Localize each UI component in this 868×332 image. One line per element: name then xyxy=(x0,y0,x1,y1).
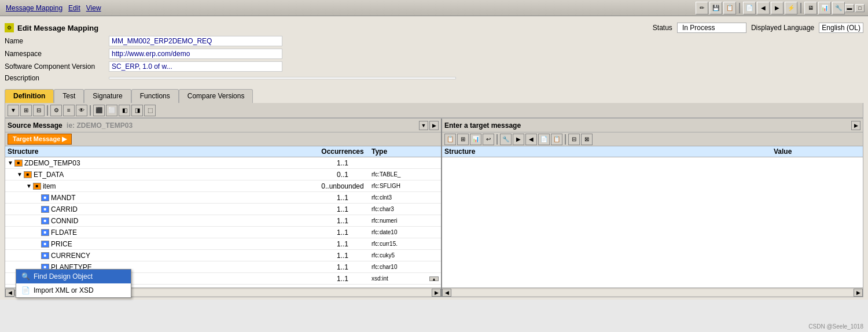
toolbar-btn-1[interactable]: ✏ xyxy=(696,2,708,14)
tree-row: ▶ ■ MANDT 1..1 rfc:clnt3 xyxy=(5,192,441,204)
target-btn-9[interactable]: 📋 xyxy=(551,134,562,145)
type-connid: rfc:numeri xyxy=(372,217,429,224)
target-btn-10[interactable]: ⊟ xyxy=(568,134,580,145)
toolbar-btn-3[interactable]: 📋 xyxy=(723,2,736,14)
source-expand-btn[interactable]: ▼ xyxy=(419,121,428,130)
expand-item[interactable]: ▼ xyxy=(26,183,32,189)
tree-node-fldate[interactable]: ▶ ■ FLDATE xyxy=(35,228,314,237)
target-expand-btn[interactable]: ▶ xyxy=(851,121,860,130)
tree-row: ▶ ■ CURRENCY 1..1 rfc:cuky5 xyxy=(5,250,441,261)
sub-btn-layout1[interactable]: ⬛ xyxy=(93,105,105,116)
win-maximize[interactable]: □ xyxy=(855,4,865,12)
toolbar-btn-9[interactable]: 📊 xyxy=(818,2,831,14)
occ-currency: 1..1 xyxy=(314,252,372,260)
expand-etdata[interactable]: ▼ xyxy=(17,171,23,178)
sub-btn-layout3[interactable]: ◧ xyxy=(119,105,130,116)
toolbar-btn-10[interactable]: 🔧 xyxy=(832,2,845,14)
node-icon-carrid: ■ xyxy=(41,206,49,213)
sub-btn-list[interactable]: ≡ xyxy=(63,105,75,116)
toolbar-btn-4[interactable]: 📄 xyxy=(743,2,756,14)
description-row: Description xyxy=(5,73,863,83)
main-area: ⚙ Edit Message Mapping Status In Process… xyxy=(0,16,868,300)
ctx-find-label: Find Design Object xyxy=(34,272,93,281)
description-value[interactable] xyxy=(109,77,456,79)
displayed-language-value: English (OL) xyxy=(819,23,863,33)
toolbar-btn-8[interactable]: 🖥 xyxy=(804,2,817,14)
toolbar-btn-6[interactable]: ▶ xyxy=(771,2,784,14)
hscroll-right[interactable]: ▶ xyxy=(432,289,441,297)
target-hscroll-right[interactable]: ▶ xyxy=(854,289,863,297)
toolbar-btn-5[interactable]: ◀ xyxy=(757,2,770,14)
occ-price: 1..1 xyxy=(314,240,372,248)
target-hscroll-track[interactable] xyxy=(451,289,854,296)
target-hscroll-left[interactable]: ◀ xyxy=(442,289,451,297)
tree-node-item[interactable]: ▼ ■ item xyxy=(26,182,314,190)
menu-bar: Message Mapping Edit View xyxy=(3,3,691,13)
tab-functions[interactable]: Functions xyxy=(131,89,179,103)
menu-message-mapping[interactable]: Message Mapping xyxy=(3,3,65,13)
node-icon-connid: ■ xyxy=(41,217,49,224)
toolbar-btn-7[interactable]: ⚡ xyxy=(785,2,797,14)
sub-btn-dropdown[interactable]: ▼ xyxy=(8,105,19,116)
ctx-find-design-object[interactable]: 🔍 Find Design Object xyxy=(16,270,131,283)
ctx-import-label: Import XML or XSD xyxy=(34,286,94,294)
toolbar-btn-2[interactable]: 💾 xyxy=(709,2,722,14)
sub-btn-view[interactable]: 👁 xyxy=(76,105,87,116)
tab-signature[interactable]: Signature xyxy=(84,89,131,103)
target-btn-2[interactable]: ⊞ xyxy=(457,134,469,145)
sub-btn-grid2[interactable]: ⊟ xyxy=(33,105,45,116)
target-message-button[interactable]: Target Message ▶ xyxy=(8,134,72,145)
sub-btn-layout2[interactable]: ⬜ xyxy=(106,105,117,116)
target-btn-4[interactable]: ↩ xyxy=(483,134,494,145)
window-controls: ▬ □ xyxy=(845,4,865,12)
tab-test[interactable]: Test xyxy=(54,89,84,103)
target-btn-1[interactable]: 📋 xyxy=(444,134,456,145)
target-btn-6[interactable]: ▶ xyxy=(513,134,524,145)
tree-node-carrid[interactable]: ▶ ■ CARRID xyxy=(35,205,314,213)
watermark: CSDN @Seele_1018 xyxy=(808,323,863,330)
namespace-value: http://www.erp.com/demo xyxy=(109,49,282,59)
target-tree-content xyxy=(442,157,863,287)
tree-node-price[interactable]: ▶ ■ PRICE xyxy=(35,240,314,248)
status-value: In Process xyxy=(677,23,746,33)
tree-header: Structure Occurrences Type xyxy=(5,146,441,157)
tree-node-zdemo[interactable]: ▼ ■ ZDEMO_TEMP03 xyxy=(8,159,314,167)
sub-sep-2 xyxy=(90,105,91,116)
node-icon-fldate: ■ xyxy=(41,229,49,236)
tab-definition[interactable]: Definition xyxy=(5,89,54,103)
scroll-up-btn[interactable]: ▲ xyxy=(429,276,439,281)
target-btn-7[interactable]: ◀ xyxy=(525,134,537,145)
menu-edit[interactable]: Edit xyxy=(66,3,83,13)
tree-node-mandt[interactable]: ▶ ■ MANDT xyxy=(35,194,314,202)
expand-zdemo[interactable]: ▼ xyxy=(8,160,13,166)
occ-fldate: 1..1 xyxy=(314,228,372,237)
tree-row: ▶ ■ CONNID 1..1 rfc:numeri xyxy=(5,215,441,227)
node-label-etdata: ET_DATA xyxy=(34,171,64,179)
hscroll-left[interactable]: ◀ xyxy=(5,289,14,297)
context-menu: 🔍 Find Design Object 📄 Import XML or XSD xyxy=(16,269,131,297)
target-btn-11[interactable]: ⊠ xyxy=(581,134,593,145)
name-value: MM_MM002_ERP2DEMO_REQ xyxy=(109,36,282,46)
sub-btn-grid1[interactable]: ⊞ xyxy=(20,105,32,116)
ctx-import-xml[interactable]: 📄 Import XML or XSD xyxy=(16,283,131,297)
win-minimize[interactable]: ▬ xyxy=(845,4,854,12)
sub-btn-layout4[interactable]: ◨ xyxy=(131,105,143,116)
occ-carrid: 1..1 xyxy=(314,205,372,213)
menu-view[interactable]: View xyxy=(84,3,104,13)
source-scroll-right[interactable]: ▶ xyxy=(429,121,439,130)
tree-node-currency[interactable]: ▶ ■ CURRENCY xyxy=(35,252,314,260)
tree-row: ▶ ■ FLDATE 1..1 rfc:date10 xyxy=(5,227,441,238)
target-btn-5[interactable]: 🔧 xyxy=(500,134,512,145)
tab-compare-versions[interactable]: Compare Versions xyxy=(179,89,253,103)
tree-node-connid[interactable]: ▶ ■ CONNID xyxy=(35,217,314,225)
target-btn-8[interactable]: 📄 xyxy=(538,134,550,145)
tree-node-etdata[interactable]: ▼ ■ ET_DATA xyxy=(17,171,314,179)
target-hscrollbar[interactable]: ◀ ▶ xyxy=(442,287,863,297)
displayed-language-label: Displayed Language xyxy=(751,24,814,32)
sub-btn-layout5[interactable]: ⬚ xyxy=(144,105,156,116)
scroll-col-up-down: ▲ xyxy=(429,276,439,281)
target-btn-3[interactable]: 📊 xyxy=(470,134,481,145)
target-panel: Enter a target message ▶ 📋 ⊞ 📊 ↩ 🔧 ▶ ◀ 📄… xyxy=(442,119,863,297)
occ-seatsmax: 1..1 xyxy=(314,275,372,283)
sub-btn-settings[interactable]: ⚙ xyxy=(50,105,62,116)
